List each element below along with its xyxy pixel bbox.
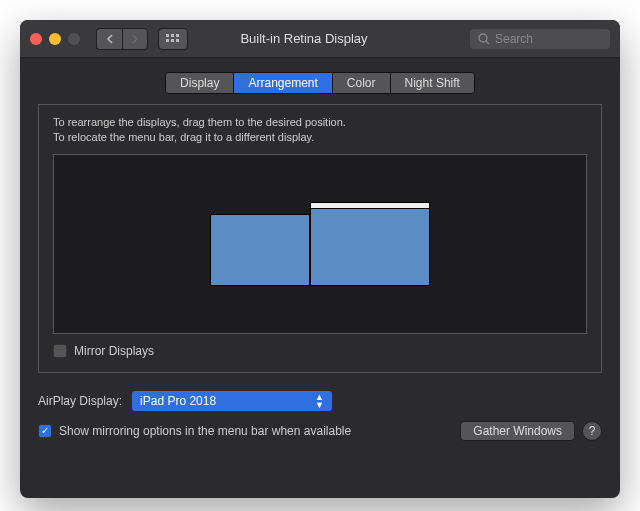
mirror-displays-label: Mirror Displays xyxy=(74,344,154,358)
airplay-label: AirPlay Display: xyxy=(38,394,122,408)
svg-line-7 xyxy=(486,41,489,44)
instruction-line-2: To relocate the menu bar, drag it to a d… xyxy=(53,130,587,145)
tab-night-shift[interactable]: Night Shift xyxy=(391,73,474,93)
minimize-icon[interactable] xyxy=(49,33,61,45)
nav-buttons xyxy=(96,28,148,50)
display-primary-wrap xyxy=(310,202,430,286)
search-input[interactable]: Search xyxy=(470,29,610,49)
search-icon xyxy=(478,33,490,45)
bottom-controls: AirPlay Display: iPad Pro 2018 ▲▼ Show m… xyxy=(38,391,602,441)
arrangement-instructions: To rearrange the displays, drag them to … xyxy=(53,115,587,146)
airplay-row: AirPlay Display: iPad Pro 2018 ▲▼ xyxy=(38,391,602,411)
display-secondary[interactable] xyxy=(210,214,310,286)
instruction-line-1: To rearrange the displays, drag them to … xyxy=(53,115,587,130)
preferences-window: Built-in Retina Display Search Display A… xyxy=(20,20,620,498)
arrangement-panel: To rearrange the displays, drag them to … xyxy=(38,104,602,373)
gather-windows-button[interactable]: Gather Windows xyxy=(460,421,575,441)
tabs-row: Display Arrangement Color Night Shift xyxy=(38,72,602,94)
close-icon[interactable] xyxy=(30,33,42,45)
forward-button xyxy=(122,28,148,50)
chevron-right-icon xyxy=(131,34,139,44)
tab-display[interactable]: Display xyxy=(166,73,234,93)
display-canvas xyxy=(53,154,587,334)
window-title: Built-in Retina Display xyxy=(146,31,462,46)
tab-arrangement[interactable]: Arrangement xyxy=(234,73,332,93)
mirror-row: Mirror Displays xyxy=(53,344,587,358)
traffic-lights xyxy=(30,33,80,45)
back-button[interactable] xyxy=(96,28,122,50)
titlebar: Built-in Retina Display Search xyxy=(20,20,620,58)
show-mirroring-checkbox[interactable] xyxy=(38,424,52,438)
svg-point-6 xyxy=(479,34,487,42)
airplay-select[interactable]: iPad Pro 2018 ▲▼ xyxy=(132,391,332,411)
content-area: Display Arrangement Color Night Shift To… xyxy=(20,58,620,498)
select-arrows-icon: ▲▼ xyxy=(315,393,324,409)
search-placeholder: Search xyxy=(495,32,533,46)
tab-color[interactable]: Color xyxy=(333,73,391,93)
display-primary[interactable] xyxy=(310,208,430,286)
show-mirroring-label: Show mirroring options in the menu bar w… xyxy=(59,424,351,438)
last-row: Show mirroring options in the menu bar w… xyxy=(38,421,602,441)
tab-segment: Display Arrangement Color Night Shift xyxy=(165,72,475,94)
zoom-icon xyxy=(68,33,80,45)
help-button[interactable]: ? xyxy=(582,421,602,441)
chevron-left-icon xyxy=(106,34,114,44)
airplay-selected-value: iPad Pro 2018 xyxy=(140,394,216,408)
mirror-displays-checkbox[interactable] xyxy=(53,344,67,358)
